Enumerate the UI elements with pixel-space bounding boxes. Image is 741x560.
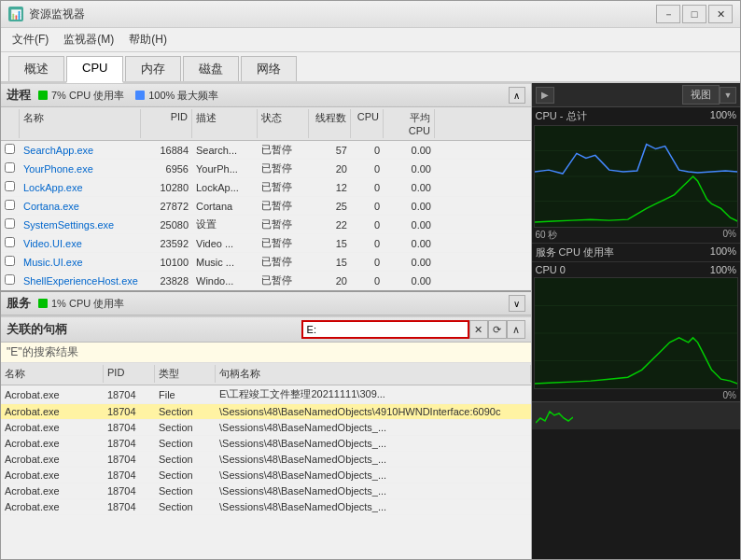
view-dropdown-button[interactable]: ▼ [720, 87, 736, 104]
col-check [1, 109, 20, 138]
row-name[interactable]: YourPhone.exe [20, 162, 141, 175]
col-avgcpu[interactable]: 平均 CPU [384, 109, 435, 138]
handle-table-header: 名称 PID 类型 句柄名称 [1, 363, 531, 385]
handle-row-type: Section [155, 453, 216, 466]
row-avgcpu: 0.00 [384, 144, 435, 157]
handle-collapse-button[interactable]: ∧ [507, 320, 525, 339]
handle-row[interactable]: Acrobat.exe 18704 Section \Sessions\48\B… [1, 483, 531, 499]
row-desc: Music ... [192, 256, 258, 269]
menu-help[interactable]: 帮助(H) [121, 30, 175, 49]
left-panel: 进程 7% CPU 使用率 100% 最大频率 ∧ 名称 PID 描述 [1, 83, 532, 559]
menu-monitor[interactable]: 监视器(M) [56, 30, 121, 49]
tab-memory[interactable]: 内存 [125, 56, 181, 81]
row-avgcpu: 0.00 [384, 256, 435, 269]
row-status: 已暂停 [258, 217, 309, 232]
handle-row-hname: \Sessions\48\BaseNamedObjects_... [216, 421, 531, 434]
process-title: 进程 [7, 87, 31, 104]
row-check[interactable] [1, 180, 20, 194]
cpu0-chart [534, 277, 738, 389]
handle-row[interactable]: Acrobat.exe 18704 Section \Sessions\48\B… [1, 499, 531, 515]
right-top-bar: ▶ 视图 ▼ [532, 83, 740, 107]
row-name[interactable]: SystemSettings.exe [20, 218, 141, 231]
table-row[interactable]: Music.UI.exe 10100 Music ... 已暂停 15 0 0.… [1, 253, 531, 272]
row-check[interactable] [1, 255, 20, 269]
row-threads: 12 [309, 181, 351, 194]
col-pid[interactable]: PID [141, 109, 192, 138]
row-name[interactable]: Music.UI.exe [20, 256, 141, 269]
tab-overview[interactable]: 概述 [8, 56, 64, 81]
service-expand-button[interactable]: ∨ [509, 295, 525, 312]
handle-refresh-button[interactable]: ⟳ [488, 320, 507, 339]
tab-disk[interactable]: 磁盘 [183, 56, 239, 81]
cpu0-pct: 100% [710, 264, 736, 275]
cpu0-0pct: 0% [723, 390, 736, 400]
tab-cpu[interactable]: CPU [66, 56, 123, 83]
process-freq-indicator: 100% 最大频率 [135, 89, 218, 103]
handle-row-name: Acrobat.exe [1, 437, 104, 450]
col-status[interactable]: 状态 [258, 109, 309, 138]
col-name[interactable]: 名称 [20, 109, 141, 138]
cpu-total-label: CPU - 总计 [536, 109, 587, 123]
menu-bar: 文件(F) 监视器(M) 帮助(H) [1, 28, 740, 52]
handle-row[interactable]: Acrobat.exe 18704 Section \Sessions\48\B… [1, 452, 531, 468]
row-pid: 6956 [141, 162, 192, 175]
window-title: 资源监视器 [29, 7, 656, 22]
col-cpu[interactable]: CPU [351, 109, 384, 138]
process-max-freq: 100% 最大频率 [148, 89, 218, 103]
table-row[interactable]: ShellExperienceHost.exe 23828 Windo... 已… [1, 272, 531, 290]
table-row[interactable]: YourPhone.exe 6956 YourPh... 已暂停 20 0 0.… [1, 160, 531, 178]
table-row[interactable]: Cortana.exe 27872 Cortana 已暂停 25 0 0.00 [1, 197, 531, 216]
row-name[interactable]: Cortana.exe [20, 200, 141, 213]
handle-col-hname[interactable]: 句柄名称 [216, 365, 531, 383]
minimize-button[interactable]: － [656, 5, 680, 23]
row-check[interactable] [1, 161, 20, 175]
maximize-button[interactable]: □ [682, 5, 706, 23]
row-check[interactable] [1, 236, 20, 250]
handle-search-area: ✕ ⟳ ∧ [301, 320, 525, 339]
table-row[interactable]: SystemSettings.exe 25080 设置 已暂停 22 0 0.0… [1, 216, 531, 234]
row-status: 已暂停 [258, 235, 309, 251]
row-name[interactable]: Video.UI.exe [20, 237, 141, 250]
handle-row-pid: 18704 [104, 484, 155, 497]
handle-row[interactable]: Acrobat.exe 18704 File E\工程竣工文件整理2021111… [1, 385, 531, 404]
row-cpu: 0 [351, 200, 384, 213]
service-title: 服务 [7, 295, 31, 312]
tab-network[interactable]: 网络 [241, 56, 297, 81]
col-desc[interactable]: 描述 [192, 109, 258, 138]
table-row[interactable]: SearchApp.exe 16884 Search... 已暂停 57 0 0… [1, 141, 531, 160]
process-expand-button[interactable]: ∧ [509, 87, 525, 104]
process-section-header: 进程 7% CPU 使用率 100% 最大频率 ∧ [1, 83, 531, 107]
handle-search-input[interactable] [301, 320, 469, 339]
table-row[interactable]: Video.UI.exe 23592 Video ... 已暂停 15 0 0.… [1, 234, 531, 253]
handle-row-pid: 18704 [104, 388, 155, 401]
handle-row-name: Acrobat.exe [1, 405, 104, 418]
view-button[interactable]: 视图 [682, 85, 720, 105]
handle-col-pid[interactable]: PID [104, 365, 155, 383]
handle-row-name: Acrobat.exe [1, 500, 104, 513]
handle-col-type[interactable]: 类型 [155, 365, 216, 383]
handle-row[interactable]: Acrobat.exe 18704 Section \Sessions\48\B… [1, 468, 531, 483]
handle-row[interactable]: Acrobat.exe 18704 Section \Sessions\48\B… [1, 436, 531, 452]
handle-row-name: Acrobat.exe [1, 453, 104, 466]
row-threads: 15 [309, 256, 351, 269]
row-name[interactable]: LockApp.exe [20, 181, 141, 194]
col-threads[interactable]: 线程数 [309, 109, 351, 138]
row-avgcpu: 0.00 [384, 274, 435, 287]
row-name[interactable]: SearchApp.exe [20, 144, 141, 157]
row-check[interactable] [1, 217, 20, 231]
row-check[interactable] [1, 143, 20, 157]
row-check[interactable] [1, 273, 20, 287]
handle-row[interactable]: Acrobat.exe 18704 Section \Sessions\48\B… [1, 420, 531, 436]
row-check[interactable] [1, 199, 20, 213]
table-row[interactable]: LockApp.exe 10280 LockAp... 已暂停 12 0 0.0… [1, 178, 531, 197]
menu-file[interactable]: 文件(F) [5, 30, 56, 49]
handle-row-name: Acrobat.exe [1, 469, 104, 482]
title-bar: 📊 资源监视器 － □ ✕ [1, 1, 740, 28]
handle-col-name[interactable]: 名称 [1, 365, 104, 383]
handle-clear-button[interactable]: ✕ [469, 320, 488, 339]
right-back-button[interactable]: ▶ [536, 87, 554, 104]
handle-row-type: Section [155, 500, 216, 513]
close-button[interactable]: ✕ [708, 5, 733, 23]
handle-row[interactable]: Acrobat.exe 18704 Section \Sessions\48\B… [1, 404, 531, 420]
row-name[interactable]: ShellExperienceHost.exe [20, 274, 141, 287]
